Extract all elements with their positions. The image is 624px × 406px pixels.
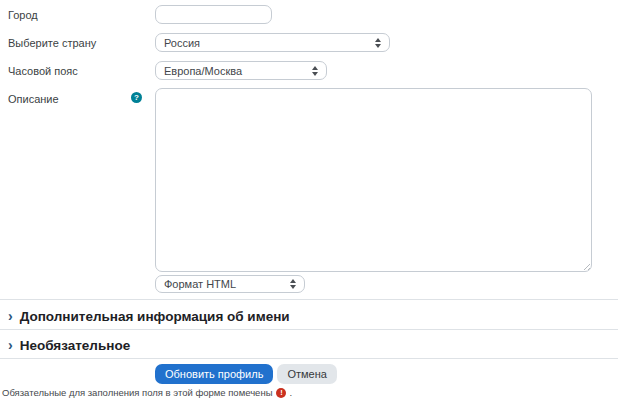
timezone-select-value: Европа/Москва xyxy=(164,65,242,77)
country-select-value: Россия xyxy=(164,37,200,49)
description-textarea[interactable] xyxy=(155,88,592,272)
form-actions: Обновить профиль Отмена xyxy=(155,364,337,384)
divider xyxy=(0,358,618,359)
city-label: Город xyxy=(8,9,38,21)
required-fields-suffix: . xyxy=(289,387,292,398)
section-additional-names[interactable]: › Дополнительная информация об имени xyxy=(0,304,618,328)
required-fields-text: Обязательные для заполнения поля в этой … xyxy=(2,387,272,398)
profile-edit-form-page: { "form": { "city": { "label": "Город", … xyxy=(0,0,624,406)
section-title: Необязательное xyxy=(20,338,131,353)
text-format-select[interactable]: Формат HTML xyxy=(155,275,305,293)
select-stepper-icon xyxy=(311,66,318,76)
divider xyxy=(0,329,618,330)
required-fields-note: Обязательные для заполнения поля в этой … xyxy=(2,387,292,398)
divider xyxy=(0,299,618,300)
timezone-label: Часовой пояс xyxy=(8,65,78,77)
required-icon: ! xyxy=(276,388,286,398)
text-format-select-value: Формат HTML xyxy=(164,278,236,290)
city-input[interactable] xyxy=(155,5,272,24)
cancel-button[interactable]: Отмена xyxy=(277,364,336,384)
timezone-select[interactable]: Европа/Москва xyxy=(155,61,327,80)
chevron-right-icon[interactable]: › xyxy=(8,309,13,323)
description-editor xyxy=(155,88,592,272)
help-icon[interactable]: ? xyxy=(131,92,142,103)
select-stepper-icon xyxy=(374,38,381,48)
section-optional[interactable]: › Необязательное xyxy=(0,333,618,357)
country-label: Выберите страну xyxy=(8,37,96,49)
country-select[interactable]: Россия xyxy=(155,33,390,52)
description-label: Описание xyxy=(8,93,59,105)
section-title: Дополнительная информация об имени xyxy=(20,309,290,324)
select-stepper-icon xyxy=(289,279,296,289)
chevron-right-icon[interactable]: › xyxy=(8,338,13,352)
update-profile-button[interactable]: Обновить профиль xyxy=(155,364,273,384)
